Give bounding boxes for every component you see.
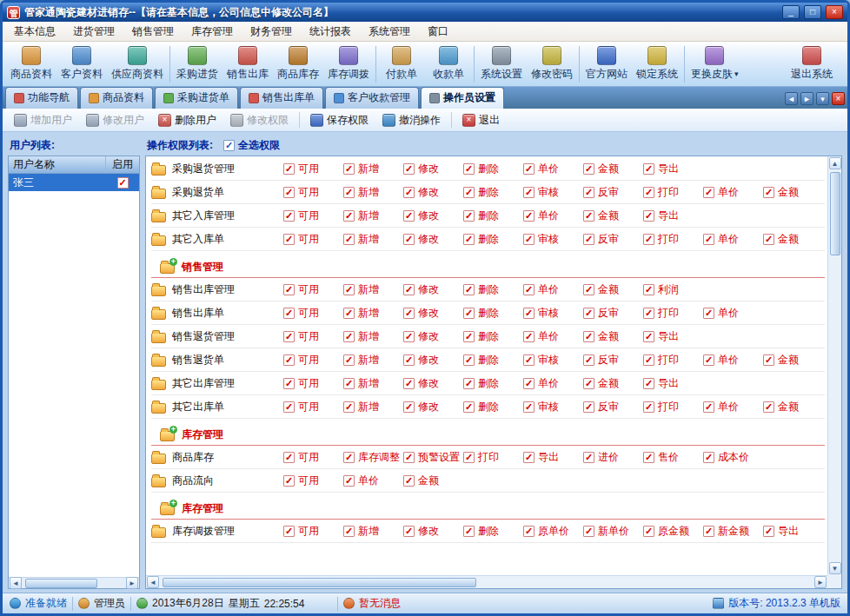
permission-checkbox-cell[interactable]: ✓删除 <box>463 282 521 297</box>
permission-checkbox-cell[interactable]: ✓可用 <box>283 450 341 465</box>
toolbar-button-9[interactable]: 系统设置 <box>476 43 527 84</box>
menu-item-2[interactable]: 销售管理 <box>124 22 182 42</box>
permission-checkbox-cell[interactable]: ✓新金额 <box>703 524 760 539</box>
permission-checkbox-cell[interactable]: ✓修改 <box>403 162 461 176</box>
permission-checkbox-cell[interactable]: ✓可用 <box>283 185 341 200</box>
permission-checkbox-cell[interactable]: ✓单价 <box>703 232 760 247</box>
permission-checkbox-cell[interactable]: ✓单价 <box>523 282 581 297</box>
toolbar-button-11[interactable]: 官方网站 <box>581 43 632 84</box>
permission-checkbox-cell[interactable]: ✓售价 <box>643 450 701 465</box>
permission-checkbox-cell[interactable]: ✓新增 <box>343 329 401 344</box>
action-exit[interactable]: ×退出 <box>456 111 506 129</box>
permission-checkbox-cell[interactable]: ✓反审 <box>583 353 641 368</box>
tab-4[interactable]: 客户收款管理 <box>325 87 419 109</box>
action-add-user[interactable]: 增加用户 <box>8 111 78 129</box>
close-button[interactable]: × <box>826 5 843 19</box>
permission-checkbox-cell[interactable]: ✓打印 <box>643 306 701 321</box>
toolbar-button-10[interactable]: 修改密码 <box>527 43 577 84</box>
permission-checkbox-cell[interactable]: ✓导出 <box>643 162 701 176</box>
permission-checkbox-cell[interactable]: ✓单价 <box>523 376 581 391</box>
permission-checkbox-cell[interactable]: ✓成本价 <box>703 450 760 465</box>
permission-checkbox-cell[interactable]: ✓删除 <box>463 353 521 368</box>
permission-checkbox-cell[interactable]: ✓修改 <box>403 329 461 344</box>
permission-checkbox-cell[interactable]: ✓删除 <box>463 232 521 247</box>
permission-checkbox-cell[interactable]: ✓单价 <box>523 209 581 223</box>
permission-checkbox-cell[interactable]: ✓新增 <box>343 282 401 297</box>
toolbar-button-12[interactable]: 锁定系统 <box>632 43 682 84</box>
permission-checkbox-cell[interactable]: ✓修改 <box>403 400 461 414</box>
permission-checkbox-cell[interactable]: ✓新增 <box>343 353 401 368</box>
permission-checkbox-cell[interactable]: ✓打印 <box>643 400 701 414</box>
action-delete-user[interactable]: ×删除用户 <box>152 111 222 129</box>
permission-checkbox-cell[interactable]: ✓单价 <box>703 306 760 321</box>
permission-checkbox-cell[interactable]: ✓新增 <box>343 400 401 414</box>
select-all-checkbox-checked-icon[interactable]: ✓ <box>223 140 235 151</box>
permission-checkbox-cell[interactable]: ✓利润 <box>643 282 701 297</box>
permission-checkbox-cell[interactable]: ✓可用 <box>283 282 341 297</box>
permission-checkbox-cell[interactable]: ✓单价 <box>343 474 401 488</box>
tab-scroll-right-icon[interactable]: ► <box>800 92 813 105</box>
permission-checkbox-cell[interactable]: ✓可用 <box>283 400 341 414</box>
menu-item-3[interactable]: 库存管理 <box>183 22 241 42</box>
permission-checkbox-cell[interactable]: ✓修改 <box>403 353 461 368</box>
permission-checkbox-cell[interactable]: ✓新单价 <box>583 524 641 539</box>
user-row-selected[interactable]: 张三 ✓ <box>9 174 139 191</box>
scroll-right-icon[interactable]: ► <box>126 577 138 589</box>
permission-checkbox-cell[interactable]: ✓单价 <box>523 329 581 344</box>
permission-checkbox-cell[interactable]: ✓可用 <box>283 524 341 539</box>
toolbar-button-13[interactable]: 更换皮肤▾ <box>687 43 743 84</box>
permission-checkbox-cell[interactable]: ✓修改 <box>403 232 461 247</box>
toolbar-button-7[interactable]: 付款单 <box>378 43 425 84</box>
toolbar-button-4[interactable]: 销售出库 <box>222 43 273 84</box>
permission-checkbox-cell[interactable]: ✓单价 <box>703 185 760 200</box>
scroll-up-icon[interactable]: ▲ <box>829 157 841 169</box>
toolbar-button-14[interactable]: 退出系统 <box>787 43 837 84</box>
permission-checkbox-cell[interactable]: ✓打印 <box>643 185 701 200</box>
permission-checkbox-cell[interactable]: ✓金额 <box>583 209 641 223</box>
user-enabled-column-header[interactable]: 启用 <box>106 156 139 173</box>
permission-checkbox-cell[interactable]: ✓金额 <box>763 232 820 247</box>
permission-checkbox-cell[interactable]: ✓删除 <box>463 185 521 200</box>
permission-checkbox-cell[interactable]: ✓金额 <box>583 329 641 344</box>
permission-checkbox-cell[interactable]: ✓打印 <box>463 450 521 465</box>
permission-checkbox-cell[interactable]: ✓可用 <box>283 329 341 344</box>
scroll-left-icon[interactable]: ◄ <box>147 576 159 588</box>
vscroll-thumb[interactable] <box>830 172 840 255</box>
permission-checkbox-cell[interactable]: ✓金额 <box>583 162 641 176</box>
permission-checkbox-cell[interactable]: ✓可用 <box>283 353 341 368</box>
permission-checkbox-cell[interactable]: ✓可用 <box>283 232 341 247</box>
permission-checkbox-cell[interactable]: ✓删除 <box>463 329 521 344</box>
select-all-permissions[interactable]: ✓ 全选权限 <box>223 138 280 153</box>
permission-checkbox-cell[interactable]: ✓可用 <box>283 209 341 223</box>
permission-checkbox-cell[interactable]: ✓删除 <box>463 306 521 321</box>
scroll-left-icon[interactable]: ◄ <box>10 577 22 589</box>
maximize-button[interactable]: □ <box>804 5 821 19</box>
permission-checkbox-cell[interactable]: ✓导出 <box>643 209 701 223</box>
permission-checkbox-cell[interactable]: ✓金额 <box>763 400 820 414</box>
menu-item-7[interactable]: 窗口 <box>420 22 456 42</box>
permission-checkbox-cell[interactable]: ✓审核 <box>523 353 581 368</box>
permission-checkbox-cell[interactable]: ✓反审 <box>583 232 641 247</box>
tab-2[interactable]: 采购进货单 <box>155 87 238 109</box>
permission-checkbox-cell[interactable]: ✓单价 <box>523 162 581 176</box>
permission-checkbox-cell[interactable]: ✓打印 <box>643 232 701 247</box>
minimize-button[interactable]: _ <box>782 5 800 19</box>
permission-checkbox-cell[interactable]: ✓导出 <box>763 524 820 539</box>
permission-checkbox-cell[interactable]: ✓修改 <box>403 185 461 200</box>
user-table-hscrollbar[interactable]: ◄ ► <box>9 577 139 588</box>
menu-item-4[interactable]: 财务管理 <box>242 22 300 42</box>
permission-checkbox-cell[interactable]: ✓原金额 <box>643 524 701 539</box>
permission-checkbox-cell[interactable]: ✓新增 <box>343 376 401 391</box>
toolbar-button-5[interactable]: 商品库存 <box>273 43 323 84</box>
permission-checkbox-cell[interactable]: ✓导出 <box>643 329 701 344</box>
toolbar-button-2[interactable]: 供应商资料 <box>107 43 168 84</box>
menu-item-1[interactable]: 进货管理 <box>65 22 123 42</box>
permission-checkbox-cell[interactable]: ✓金额 <box>583 376 641 391</box>
tab-3[interactable]: 销售出库单 <box>240 87 323 109</box>
permission-checkbox-cell[interactable]: ✓修改 <box>403 376 461 391</box>
permission-checkbox-cell[interactable]: ✓预警设置 <box>403 450 461 465</box>
permission-checkbox-cell[interactable]: ✓删除 <box>463 400 521 414</box>
permission-checkbox-cell[interactable]: ✓删除 <box>463 376 521 391</box>
permission-checkbox-cell[interactable]: ✓修改 <box>403 209 461 223</box>
permission-checkbox-cell[interactable]: ✓新增 <box>343 162 401 176</box>
